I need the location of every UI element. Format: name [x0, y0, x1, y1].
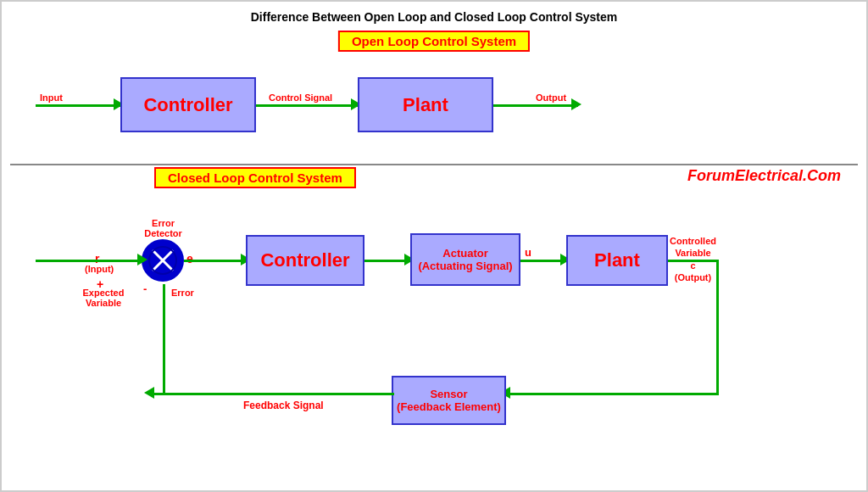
divider: [10, 164, 858, 165]
feedback-signal-label: Feedback Signal: [243, 400, 324, 411]
cl-output-h-line: [668, 260, 719, 262]
actuator-block: Actuator(Actuating Signal): [410, 233, 520, 286]
actuator-label: Actuator(Actuating Signal): [418, 247, 512, 272]
open-control-line: [256, 104, 358, 107]
sensor-label: Sensor(Feedback Element): [397, 388, 501, 413]
closed-loop-label: Closed Loop Control System: [154, 167, 356, 188]
forum-label: ForumElectrical.Com: [687, 167, 841, 185]
cl-sensor-right-line: [510, 393, 719, 395]
cl-output-v-line: [716, 260, 719, 395]
x-icon: [147, 245, 178, 276]
open-control-signal-label: Control Signal: [269, 92, 332, 103]
closed-loop-section: Closed Loop Control System ForumElectric…: [10, 167, 858, 413]
open-loop-label: Open Loop Control System: [338, 31, 530, 52]
error-detector-label: ErrorDetector: [136, 218, 191, 238]
open-controller-label: Controller: [143, 94, 232, 116]
error-detector-circle: [142, 239, 184, 282]
cl-plant-block: Plant: [566, 235, 668, 286]
error-label: Error: [171, 288, 194, 298]
input-label: (Input): [85, 264, 114, 274]
cl-input-arrowhead: [137, 254, 147, 266]
open-output-arrowhead: [571, 98, 581, 110]
open-controller-block: Controller: [120, 77, 256, 132]
open-loop-section: Open Loop Control System Input Controlle…: [10, 31, 858, 162]
cl-error-line: [184, 260, 248, 262]
open-output-label: Output: [536, 92, 566, 103]
open-loop-diagram: Input Controller Control Signal Plant Ou…: [10, 60, 858, 154]
u-label: u: [525, 246, 531, 259]
cl-input-line: [36, 260, 144, 262]
cl-feedback-arrowhead: [144, 387, 154, 399]
sensor-block: Sensor(Feedback Element): [392, 376, 506, 425]
cl-controller-block: Controller: [246, 235, 364, 286]
cl-feedback-h-line: [154, 393, 394, 395]
main-container: Difference Between Open Loop and Closed …: [0, 0, 868, 492]
open-output-line: [493, 104, 578, 107]
main-title: Difference Between Open Loop and Closed …: [10, 10, 858, 24]
cl-plant-label: Plant: [594, 249, 640, 271]
open-plant-label: Plant: [403, 94, 448, 116]
cl-feedback-v-line: [163, 284, 165, 395]
minus-label: -: [143, 282, 147, 295]
open-input-line: [36, 104, 120, 107]
expected-variable-label: ExpectedVariable: [74, 288, 133, 308]
open-plant-block: Plant: [358, 77, 493, 132]
open-input-label: Input: [40, 92, 63, 103]
cl-controller-label: Controller: [260, 249, 349, 271]
e-label: e: [186, 252, 193, 266]
